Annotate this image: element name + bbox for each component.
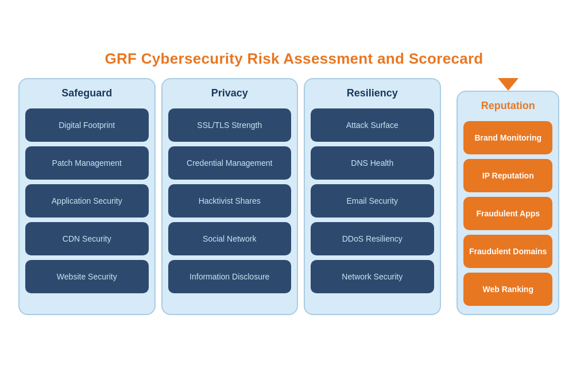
column-safeguard: SafeguardDigital FootprintPatch Manageme…	[18, 78, 156, 315]
column-privacy: PrivacySSL/TLS StrengthCredential Manage…	[161, 78, 299, 315]
card-privacy-3[interactable]: Social Network	[168, 222, 292, 255]
column-reputation: ReputationBrand MonitoringIP ReputationF…	[457, 91, 559, 315]
card-safeguard-0[interactable]: Digital Footprint	[25, 108, 149, 142]
card-safeguard-4[interactable]: Website Security	[25, 260, 149, 293]
main-title: GRF Cybersecurity Risk Assessment and Sc…	[18, 50, 570, 68]
card-privacy-2[interactable]: Hacktivist Shares	[168, 184, 292, 218]
column-header-privacy: Privacy	[168, 87, 292, 102]
column-header-safeguard: Safeguard	[25, 87, 149, 102]
reputation-wrapper: ReputationBrand MonitoringIP ReputationF…	[447, 78, 570, 315]
card-safeguard-3[interactable]: CDN Security	[25, 222, 149, 255]
column-header-reputation: Reputation	[463, 100, 552, 114]
card-resiliency-3[interactable]: DDoS Resiliency	[311, 222, 434, 255]
reputation-arrow-icon	[498, 78, 519, 91]
card-resiliency-0[interactable]: Attack Surface	[311, 108, 434, 142]
card-reputation-0[interactable]: Brand Monitoring	[463, 121, 552, 154]
column-resiliency: ResiliencyAttack SurfaceDNS HealthEmail …	[304, 78, 441, 315]
card-privacy-1[interactable]: Credential Management	[168, 146, 292, 180]
card-reputation-2[interactable]: Fraudulent Apps	[463, 197, 552, 230]
column-header-resiliency: Resiliency	[311, 87, 434, 102]
card-reputation-4[interactable]: Web Ranking	[463, 273, 552, 306]
card-privacy-4[interactable]: Information Disclosure	[168, 260, 292, 293]
card-resiliency-2[interactable]: Email Security	[311, 184, 434, 218]
card-privacy-0[interactable]: SSL/TLS Strength	[168, 108, 292, 142]
card-resiliency-4[interactable]: Network Security	[311, 260, 434, 293]
card-safeguard-2[interactable]: Application Security	[25, 184, 149, 218]
card-safeguard-1[interactable]: Patch Management	[25, 146, 149, 180]
card-reputation-1[interactable]: IP Reputation	[463, 159, 552, 192]
card-resiliency-1[interactable]: DNS Health	[311, 146, 434, 180]
page-wrapper: GRF Cybersecurity Risk Assessment and Sc…	[13, 38, 575, 327]
scorecard-container: SafeguardDigital FootprintPatch Manageme…	[18, 78, 570, 315]
card-reputation-3[interactable]: Fraudulent Domains	[463, 235, 552, 268]
